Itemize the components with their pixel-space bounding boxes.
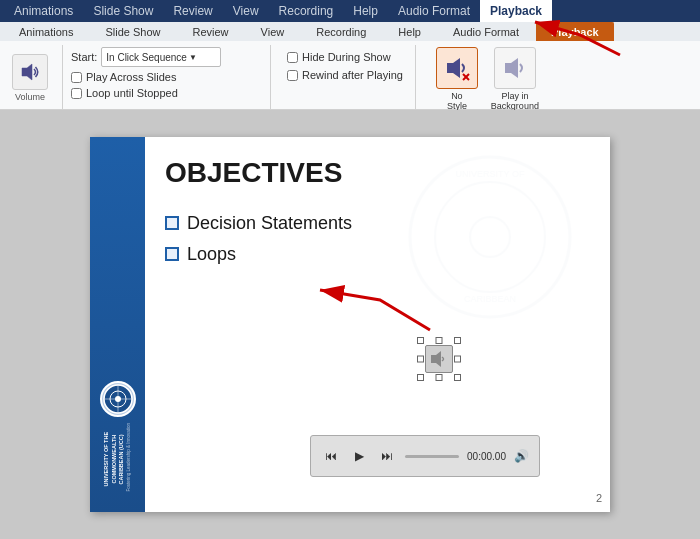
bullet-text-1: Decision Statements (187, 213, 352, 234)
player-time: 00:00.00 (467, 451, 506, 462)
svg-text:UNIVERSITY OF: UNIVERSITY OF (456, 169, 525, 179)
player-forward-button[interactable]: ⏭ (377, 446, 397, 466)
svg-marker-1 (447, 58, 460, 78)
page-number: 2 (596, 492, 602, 504)
tab-review[interactable]: Review (177, 22, 243, 41)
no-style-button[interactable]: NoStyle (432, 47, 482, 111)
tab-recording[interactable]: Recording (301, 22, 381, 41)
start-label: Start: (71, 51, 97, 63)
slide-watermark: UNIVERSITY OF CARIBBEAN (390, 147, 590, 327)
no-style-icon (436, 47, 478, 89)
menu-playback[interactable]: Playback (480, 0, 552, 22)
play-across-label: Play Across Slides (86, 71, 176, 83)
slide-blue-bar: UNIVERSITY OF THECOMMONWEALTHCARIBBEAN (… (90, 137, 145, 512)
hide-row: Hide During Show (287, 51, 403, 63)
handle-r[interactable] (454, 356, 461, 363)
handle-br[interactable] (454, 374, 461, 381)
player-volume-icon[interactable]: 🔊 (514, 449, 529, 463)
background-label: Play inBackground (491, 91, 539, 111)
audio-icon-selected[interactable] (417, 337, 461, 381)
rewind-row: Rewind after Playing (287, 69, 403, 81)
handle-tl[interactable] (417, 337, 424, 344)
volume-button[interactable] (12, 54, 48, 90)
handle-bl[interactable] (417, 374, 424, 381)
svg-marker-0 (22, 64, 32, 80)
menu-review[interactable]: Review (163, 0, 222, 22)
bullet-icon-1 (165, 216, 179, 230)
loop-row: Loop until Stopped (71, 87, 178, 99)
no-style-label: NoStyle (447, 91, 467, 111)
hide-label: Hide During Show (302, 51, 391, 63)
tab-view[interactable]: View (246, 22, 300, 41)
handle-l[interactable] (417, 356, 424, 363)
handle-t[interactable] (436, 337, 443, 344)
tab-slideshow[interactable]: Slide Show (90, 22, 175, 41)
svg-text:CARIBBEAN: CARIBBEAN (464, 294, 516, 304)
tab-audioformat[interactable]: Audio Format (438, 22, 534, 41)
slide-logo (100, 381, 136, 417)
start-row: Start: In Click Sequence ▼ (71, 47, 221, 67)
start-value: In Click Sequence (106, 52, 187, 63)
background-icon (494, 47, 536, 89)
slide: UNIVERSITY OF THECOMMONWEALTHCARIBBEAN (… (90, 137, 610, 512)
svg-point-12 (470, 217, 510, 257)
menu-view[interactable]: View (223, 0, 269, 22)
player-progress-bar[interactable] (405, 455, 459, 458)
menu-slideshow[interactable]: Slide Show (83, 0, 163, 22)
play-across-checkbox[interactable] (71, 72, 82, 83)
audio-icon-inner (425, 345, 453, 373)
player-play-button[interactable]: ▶ (349, 446, 369, 466)
ribbon: Animations Slide Show Review View Record… (0, 22, 700, 110)
rewind-checkbox[interactable] (287, 70, 298, 81)
ribbon-tabs: Animations Slide Show Review View Record… (0, 22, 700, 41)
player-rewind-button[interactable]: ⏮ (321, 446, 341, 466)
menu-audioformat[interactable]: Audio Format (388, 0, 480, 22)
menu-animations[interactable]: Animations (4, 0, 83, 22)
slide-content: UNIVERSITY OF CARIBBEAN OBJECTIVES Decis… (145, 137, 610, 512)
tab-playback[interactable]: Playback (536, 22, 614, 41)
blue-bar-text: UNIVERSITY OF THECOMMONWEALTHCARIBBEAN (… (103, 423, 132, 496)
rewind-label: Rewind after Playing (302, 69, 403, 81)
bullet-text-2: Loops (187, 244, 236, 265)
tab-animations[interactable]: Animations (4, 22, 88, 41)
play-in-background-button[interactable]: Play inBackground (490, 47, 540, 111)
svg-marker-4 (505, 58, 518, 78)
volume-label: Volume (15, 92, 45, 102)
main-area: UNIVERSITY OF THECOMMONWEALTHCARIBBEAN (… (0, 110, 700, 539)
start-dropdown[interactable]: In Click Sequence ▼ (101, 47, 221, 67)
tab-help[interactable]: Help (383, 22, 436, 41)
handle-b[interactable] (436, 374, 443, 381)
menu-help[interactable]: Help (343, 0, 388, 22)
loop-checkbox[interactable] (71, 88, 82, 99)
audio-player: ⏮ ▶ ⏭ 00:00.00 🔊 (310, 435, 540, 477)
handle-tr[interactable] (454, 337, 461, 344)
svg-marker-15 (431, 351, 441, 367)
menu-bar: Animations Slide Show Review View Record… (0, 0, 700, 22)
bullet-icon-2 (165, 247, 179, 261)
menu-recording[interactable]: Recording (269, 0, 344, 22)
dropdown-arrow-icon: ▼ (189, 53, 197, 62)
svg-point-11 (435, 182, 545, 292)
hide-checkbox[interactable] (287, 52, 298, 63)
play-across-row: Play Across Slides (71, 71, 176, 83)
loop-label: Loop until Stopped (86, 87, 178, 99)
